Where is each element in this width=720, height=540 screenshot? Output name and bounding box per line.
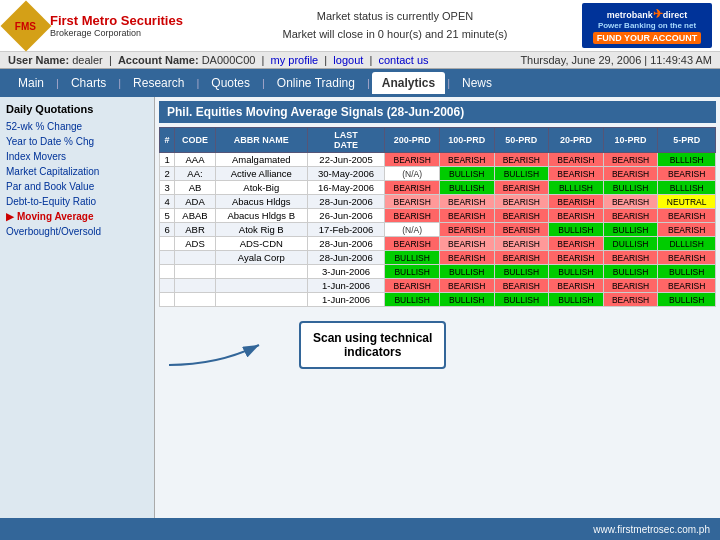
sidebar-item-overbought[interactable]: Overbought/Oversold [6,224,148,239]
col-200prd: 200-PRD [385,128,440,153]
table-cell: BEARISH [549,153,604,167]
table-cell: BULLISH [549,223,604,237]
fund-account-button[interactable]: FUND YOUR ACCOUNT [593,32,702,44]
signals-table: # CODE ABBR NAME LASTDATE 200-PRD 100-PR… [159,127,716,307]
col-name: ABBR NAME [215,128,307,153]
user-name-value: dealer [72,54,103,66]
table-cell: BULLISH [494,167,549,181]
table-cell: ADS [175,237,216,251]
col-num: # [160,128,175,153]
table-cell: Atok-Big [215,181,307,195]
sidebar-item-52wk[interactable]: 52-wk % Change [6,119,148,134]
market-status-line2: Market will close in 0 hour(s) and 21 mi… [208,26,582,44]
table-cell: BEARISH [385,181,440,195]
table-cell: ADS-CDN [215,237,307,251]
table-cell: Abacus Hldgs [215,195,307,209]
table-cell: BULLISH [439,167,494,181]
sidebar-item-index[interactable]: Index Movers [6,149,148,164]
logo-text: First Metro Securities Brokerage Corpora… [50,13,183,39]
table-cell: 2 [160,167,175,181]
signals-tbody: 1AAAAmalgamated22-Jun-2005BEARISHBEARISH… [160,153,716,307]
table-cell: BEARISH [494,153,549,167]
table-cell: BULLISH [603,181,658,195]
user-bar: User Name: dealer | Account Name: DA000C… [0,52,720,69]
table-row: 1-Jun-2006BEARISHBEARISHBEARISHBEARISHBE… [160,279,716,293]
table-cell: BEARISH [549,209,604,223]
table-cell: BEARISH [603,153,658,167]
logo-area: FMS First Metro Securities Brokerage Cor… [8,8,208,44]
table-cell [160,279,175,293]
table-row: 1AAAAmalgamated22-Jun-2005BEARISHBEARISH… [160,153,716,167]
logout-link[interactable]: logout [333,54,363,66]
header: FMS First Metro Securities Brokerage Cor… [0,0,720,52]
table-cell [175,251,216,265]
table-cell: BEARISH [494,251,549,265]
table-cell [175,293,216,307]
nav-news[interactable]: News [452,72,502,94]
table-row: 3-Jun-2006BULLISHBULLISHBULLISHBULLISHBU… [160,265,716,279]
table-cell: BEARISH [385,209,440,223]
my-profile-link[interactable]: my profile [271,54,319,66]
table-cell: BEARISH [658,251,716,265]
table-cell [160,251,175,265]
table-row: 4ADAAbacus Hldgs28-Jun-2006BEARISHBEARIS… [160,195,716,209]
table-cell: BULLISH [385,251,440,265]
sidebar-item-movavg[interactable]: ▶ Moving Average [6,209,148,224]
sidebar-item-debt[interactable]: Debt-to-Equity Ratio [6,194,148,209]
sidebar-item-parbook[interactable]: Par and Book Value [6,179,148,194]
table-cell: BEARISH [603,209,658,223]
table-cell: DLLLISH [658,237,716,251]
table-cell: 1-Jun-2006 [307,279,385,293]
table-cell: ADA [175,195,216,209]
table-cell: BULLISH [385,265,440,279]
col-50prd: 50-PRD [494,128,549,153]
table-cell [175,265,216,279]
table-cell: 17-Feb-2006 [307,223,385,237]
table-cell: 30-May-2006 [307,167,385,181]
table-cell: BEARISH [603,251,658,265]
nav-charts[interactable]: Charts [61,72,116,94]
table-cell: BULLISH [439,293,494,307]
table-header-row: # CODE ABBR NAME LASTDATE 200-PRD 100-PR… [160,128,716,153]
table-cell: BULLISH [494,265,549,279]
company-name: First Metro Securities [50,13,183,29]
nav-online-trading[interactable]: Online Trading [267,72,365,94]
metrobank-logo: metrobank✈direct Power Banking on the ne… [582,3,712,48]
footer-url: www.firstmetrosec.com.ph [593,524,710,535]
table-cell: 5 [160,209,175,223]
table-cell: 3-Jun-2006 [307,265,385,279]
table-cell: (N/A) [385,167,440,181]
table-row: 1-Jun-2006BULLISHBULLISHBULLISHBULLISHBE… [160,293,716,307]
nav-analytics[interactable]: Analytics [372,72,445,94]
table-cell: BEARISH [385,195,440,209]
table-cell: 1 [160,153,175,167]
table-cell: 28-Jun-2006 [307,237,385,251]
table-cell: Amalgamated [215,153,307,167]
content-title: Phil. Equities Moving Average Signals (2… [159,101,716,123]
table-cell: BEARISH [603,195,658,209]
table-row: 3ABAtok-Big16-May-2006BEARISHBULLISHBEAR… [160,181,716,195]
table-cell: BEARISH [549,251,604,265]
table-cell: NEUTRAL [658,195,716,209]
col-5prd: 5-PRD [658,128,716,153]
table-cell: BEARISH [439,251,494,265]
callout-box: Scan using technical indicators [299,321,446,369]
nav-main[interactable]: Main [8,72,54,94]
logo-diamond: FMS [1,0,52,51]
sidebar-section-title: Daily Quotations [6,103,148,115]
nav-research[interactable]: Research [123,72,194,94]
table-cell: BEARISH [494,209,549,223]
sidebar: Daily Quotations 52-wk % Change Year to … [0,97,155,518]
table-cell: BEARISH [439,279,494,293]
contact-us-link[interactable]: contact us [378,54,428,66]
nav-quotes[interactable]: Quotes [201,72,260,94]
sidebar-item-ytd[interactable]: Year to Date % Chg [6,134,148,149]
user-name-label: User Name: [8,54,69,66]
table-cell: BEARISH [549,237,604,251]
col-10prd: 10-PRD [603,128,658,153]
content-area: Phil. Equities Moving Average Signals (2… [155,97,720,518]
sidebar-item-mktcap[interactable]: Market Capitalization [6,164,148,179]
table-cell: 1-Jun-2006 [307,293,385,307]
col-code: CODE [175,128,216,153]
account-name-value: DA000C00 [202,54,256,66]
